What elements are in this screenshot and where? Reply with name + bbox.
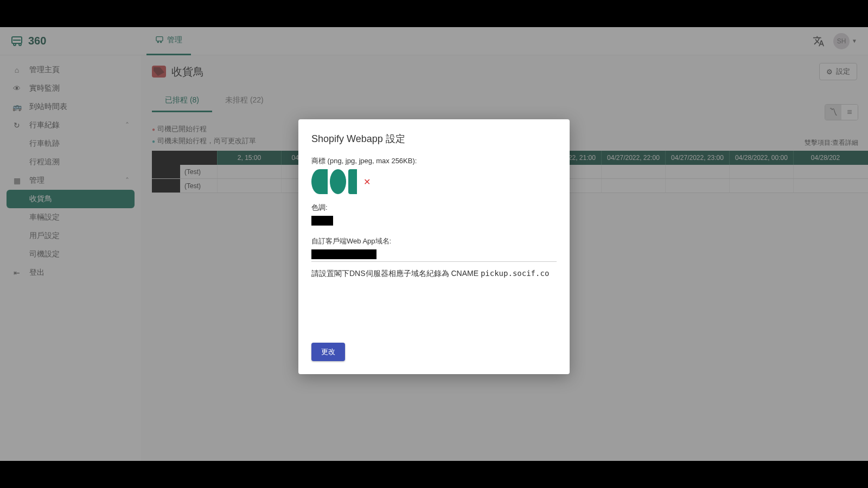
redacted-domain bbox=[311, 249, 376, 259]
logo-preview: ✕ bbox=[311, 169, 557, 194]
modal-overlay[interactable]: Shopify Webapp 設定 商標 (png, jpg, jpeg, ma… bbox=[0, 27, 868, 461]
domain-input[interactable] bbox=[311, 249, 557, 262]
save-button[interactable]: 更改 bbox=[311, 343, 345, 361]
dns-note: 請設置閣下DNS伺服器相應子域名紀錄為 CNAME pickup.socif.c… bbox=[311, 267, 557, 279]
uploaded-logo bbox=[311, 169, 357, 194]
logo-field-label: 商標 (png, jpg, jpeg, max 256KB): bbox=[311, 156, 557, 166]
modal-title: Shopify Webapp 設定 bbox=[311, 132, 557, 145]
color-swatch[interactable] bbox=[311, 216, 333, 226]
remove-logo-button[interactable]: ✕ bbox=[363, 177, 371, 187]
domain-field-label: 自訂客戶端Web App域名: bbox=[311, 236, 557, 246]
app-viewport: 360 管理 SH ▼ ⌂管理主頁 👁實時監測 🚌到站時間 bbox=[0, 27, 868, 461]
tone-field-label: 色調: bbox=[311, 203, 557, 213]
settings-modal: Shopify Webapp 設定 商標 (png, jpg, jpeg, ma… bbox=[298, 119, 570, 374]
